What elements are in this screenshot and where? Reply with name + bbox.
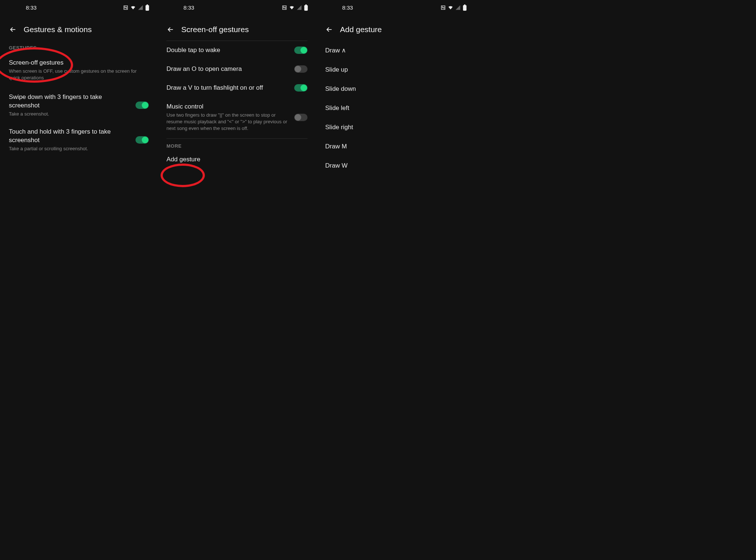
section-header-gestures: GESTURES bbox=[0, 41, 158, 54]
row-slide-right[interactable]: Slide right bbox=[316, 118, 475, 137]
signal-icon bbox=[296, 5, 302, 10]
row-slide-down[interactable]: Slide down bbox=[316, 79, 475, 99]
item-title: Swipe down with 3 fingers to take screen… bbox=[9, 93, 131, 110]
wifi-icon bbox=[448, 5, 453, 10]
status-time: 8:33 bbox=[342, 4, 353, 11]
nfc-icon bbox=[123, 5, 128, 10]
item-subtitle: Use two fingers to draw "||" on the scre… bbox=[166, 112, 290, 132]
header: Add gesture bbox=[316, 15, 475, 41]
item-title: Draw an O to open camera bbox=[166, 65, 290, 73]
row-slide-up[interactable]: Slide up bbox=[316, 60, 475, 79]
status-icons bbox=[282, 4, 308, 11]
item-title: Touch and hold with 3 fingers to take sc… bbox=[9, 128, 131, 145]
header: Gestures & motions bbox=[0, 15, 158, 41]
row-slide-left[interactable]: Slide left bbox=[316, 99, 475, 118]
page-title: Add gesture bbox=[340, 25, 382, 34]
item-subtitle: When screen is OFF, use custom gestures … bbox=[9, 68, 149, 81]
row-draw-w[interactable]: Draw W bbox=[316, 156, 475, 175]
item-screen-off-gestures[interactable]: Screen-off gestures When screen is OFF, … bbox=[0, 54, 158, 88]
page-title: Screen-off gestures bbox=[181, 25, 249, 34]
signal-icon bbox=[138, 5, 143, 10]
item-title: Draw a V to turn flashlight on or off bbox=[166, 84, 290, 92]
page-title: Gestures & motions bbox=[24, 25, 92, 34]
status-icons bbox=[440, 4, 467, 11]
status-time: 8:33 bbox=[183, 4, 194, 11]
svg-rect-4 bbox=[463, 5, 466, 10]
svg-rect-5 bbox=[464, 4, 465, 6]
row-draw-caret[interactable]: Draw ∧ bbox=[316, 41, 475, 60]
battery-icon bbox=[145, 4, 150, 11]
battery-icon bbox=[304, 4, 308, 11]
toggle-music-control[interactable] bbox=[294, 114, 307, 121]
item-title: Add gesture bbox=[166, 155, 307, 164]
item-title: Music control bbox=[166, 103, 290, 111]
item-draw-v-flashlight[interactable]: Draw a V to turn flashlight on or off bbox=[158, 79, 316, 97]
item-double-tap-wake[interactable]: Double tap to wake bbox=[158, 41, 316, 60]
item-title: Screen-off gestures bbox=[9, 59, 149, 67]
nfc-icon bbox=[282, 5, 287, 10]
panel-add-gesture: 8:33 Add gesture Draw ∧ Slide up Slide d… bbox=[316, 0, 475, 560]
svg-rect-1 bbox=[147, 4, 148, 6]
svg-rect-3 bbox=[305, 4, 307, 6]
wifi-icon bbox=[289, 5, 295, 10]
toggle-draw-o-camera[interactable] bbox=[294, 65, 307, 73]
item-add-gesture[interactable]: Add gesture bbox=[158, 152, 316, 169]
toggle-double-tap-wake[interactable] bbox=[294, 47, 307, 54]
panel-screen-off-gestures: 8:33 Screen-off gestures Double tap to w… bbox=[158, 0, 316, 560]
item-hold-3-fingers[interactable]: Touch and hold with 3 fingers to take sc… bbox=[0, 123, 158, 157]
back-arrow-icon[interactable] bbox=[325, 25, 333, 34]
item-subtitle: Take a screenshot. bbox=[9, 111, 131, 117]
toggle-swipe-3-fingers[interactable] bbox=[135, 102, 149, 109]
back-arrow-icon[interactable] bbox=[9, 25, 17, 34]
signal-icon bbox=[455, 5, 461, 10]
wifi-icon bbox=[130, 5, 136, 10]
status-bar: 8:33 bbox=[0, 0, 158, 15]
item-subtitle: Take a partial or scrolling screenshot. bbox=[9, 145, 131, 152]
item-swipe-3-fingers[interactable]: Swipe down with 3 fingers to take screen… bbox=[0, 88, 158, 123]
header: Screen-off gestures bbox=[158, 15, 316, 41]
item-title: Double tap to wake bbox=[166, 46, 290, 55]
item-draw-o-camera[interactable]: Draw an O to open camera bbox=[158, 60, 316, 79]
section-header-more: MORE bbox=[158, 139, 316, 152]
panel-gestures-motions: 8:33 Gestures & motions GESTURES Screen-… bbox=[0, 0, 158, 560]
status-time: 8:33 bbox=[26, 4, 37, 11]
toggle-draw-v-flashlight[interactable] bbox=[294, 84, 307, 92]
status-icons bbox=[123, 4, 150, 11]
svg-rect-2 bbox=[304, 5, 307, 10]
back-arrow-icon[interactable] bbox=[166, 25, 175, 34]
svg-rect-0 bbox=[145, 5, 149, 10]
status-bar: 8:33 bbox=[158, 0, 316, 15]
item-music-control[interactable]: Music control Use two fingers to draw "|… bbox=[158, 97, 316, 137]
battery-icon bbox=[463, 4, 467, 11]
row-draw-m[interactable]: Draw M bbox=[316, 137, 475, 156]
nfc-icon bbox=[440, 5, 446, 10]
status-bar: 8:33 bbox=[316, 0, 475, 15]
toggle-hold-3-fingers[interactable] bbox=[135, 136, 149, 144]
